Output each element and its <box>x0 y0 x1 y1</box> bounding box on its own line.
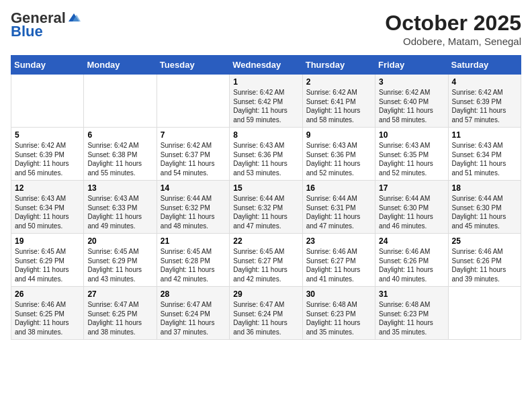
day-number: 5 <box>15 130 80 140</box>
cell-sun-info: Sunrise: 6:43 AM Sunset: 6:34 PM Dayligh… <box>452 141 517 177</box>
day-number: 11 <box>452 130 517 140</box>
cell-sun-info: Sunrise: 6:46 AM Sunset: 6:26 PM Dayligh… <box>452 247 517 283</box>
calendar-cell: 13Sunrise: 6:43 AM Sunset: 6:33 PM Dayli… <box>84 181 157 234</box>
logo-icon <box>67 12 81 23</box>
day-number: 28 <box>161 289 226 299</box>
day-number: 15 <box>233 183 298 193</box>
calendar-cell: 23Sunrise: 6:46 AM Sunset: 6:27 PM Dayli… <box>302 234 375 287</box>
cell-sun-info: Sunrise: 6:43 AM Sunset: 6:36 PM Dayligh… <box>233 141 298 177</box>
calendar-cell: 1Sunrise: 6:42 AM Sunset: 6:42 PM Daylig… <box>230 75 302 128</box>
cell-sun-info: Sunrise: 6:45 AM Sunset: 6:29 PM Dayligh… <box>87 247 152 283</box>
cell-sun-info: Sunrise: 6:42 AM Sunset: 6:42 PM Dayligh… <box>233 88 298 124</box>
header: General Blue October 2025 Odobere, Matam… <box>11 11 521 47</box>
calendar-cell <box>11 75 84 128</box>
calendar-cell: 2Sunrise: 6:42 AM Sunset: 6:41 PM Daylig… <box>302 75 375 128</box>
cell-sun-info: Sunrise: 6:44 AM Sunset: 6:30 PM Dayligh… <box>379 194 444 230</box>
cell-sun-info: Sunrise: 6:44 AM Sunset: 6:30 PM Dayligh… <box>452 194 517 230</box>
day-number: 24 <box>379 236 444 246</box>
cell-sun-info: Sunrise: 6:46 AM Sunset: 6:26 PM Dayligh… <box>379 247 444 283</box>
calendar-table: SundayMondayTuesdayWednesdayThursdayFrid… <box>11 55 521 340</box>
cell-sun-info: Sunrise: 6:43 AM Sunset: 6:34 PM Dayligh… <box>15 194 80 230</box>
day-number: 1 <box>233 77 298 87</box>
cell-sun-info: Sunrise: 6:42 AM Sunset: 6:40 PM Dayligh… <box>379 88 444 124</box>
calendar-cell: 4Sunrise: 6:42 AM Sunset: 6:39 PM Daylig… <box>448 75 521 128</box>
calendar-cell: 6Sunrise: 6:42 AM Sunset: 6:38 PM Daylig… <box>84 128 157 181</box>
calendar-cell: 10Sunrise: 6:43 AM Sunset: 6:35 PM Dayli… <box>375 128 448 181</box>
cell-sun-info: Sunrise: 6:45 AM Sunset: 6:27 PM Dayligh… <box>233 247 298 283</box>
cell-sun-info: Sunrise: 6:42 AM Sunset: 6:37 PM Dayligh… <box>161 141 226 177</box>
day-number: 22 <box>233 236 298 246</box>
col-header-saturday: Saturday <box>448 56 521 75</box>
calendar-cell: 7Sunrise: 6:42 AM Sunset: 6:37 PM Daylig… <box>157 128 229 181</box>
day-number: 9 <box>306 130 371 140</box>
day-number: 4 <box>452 77 517 87</box>
day-number: 17 <box>379 183 444 193</box>
calendar-cell: 15Sunrise: 6:44 AM Sunset: 6:32 PM Dayli… <box>230 181 302 234</box>
calendar-cell: 11Sunrise: 6:43 AM Sunset: 6:34 PM Dayli… <box>448 128 521 181</box>
calendar-cell <box>448 287 521 340</box>
calendar-week-4: 19Sunrise: 6:45 AM Sunset: 6:29 PM Dayli… <box>11 234 521 287</box>
calendar-cell: 19Sunrise: 6:45 AM Sunset: 6:29 PM Dayli… <box>11 234 84 287</box>
month-title: October 2025 <box>385 11 521 36</box>
col-header-thursday: Thursday <box>302 56 375 75</box>
calendar-cell: 9Sunrise: 6:43 AM Sunset: 6:36 PM Daylig… <box>302 128 375 181</box>
day-number: 7 <box>161 130 226 140</box>
day-number: 3 <box>379 77 444 87</box>
calendar-cell: 5Sunrise: 6:42 AM Sunset: 6:39 PM Daylig… <box>11 128 84 181</box>
day-number: 16 <box>306 183 371 193</box>
calendar-cell <box>84 75 157 128</box>
calendar-cell: 25Sunrise: 6:46 AM Sunset: 6:26 PM Dayli… <box>448 234 521 287</box>
day-number: 2 <box>306 77 371 87</box>
cell-sun-info: Sunrise: 6:45 AM Sunset: 6:28 PM Dayligh… <box>161 247 226 283</box>
logo: General Blue <box>11 11 81 39</box>
calendar-week-3: 12Sunrise: 6:43 AM Sunset: 6:34 PM Dayli… <box>11 181 521 234</box>
cell-sun-info: Sunrise: 6:47 AM Sunset: 6:25 PM Dayligh… <box>87 300 152 336</box>
day-number: 13 <box>87 183 152 193</box>
cell-sun-info: Sunrise: 6:44 AM Sunset: 6:32 PM Dayligh… <box>233 194 298 230</box>
day-number: 31 <box>379 289 444 299</box>
col-header-friday: Friday <box>375 56 448 75</box>
day-number: 14 <box>161 183 226 193</box>
day-number: 20 <box>87 236 152 246</box>
calendar-header-row: SundayMondayTuesdayWednesdayThursdayFrid… <box>11 56 521 75</box>
cell-sun-info: Sunrise: 6:44 AM Sunset: 6:31 PM Dayligh… <box>306 194 371 230</box>
col-header-tuesday: Tuesday <box>157 56 229 75</box>
calendar-cell: 16Sunrise: 6:44 AM Sunset: 6:31 PM Dayli… <box>302 181 375 234</box>
calendar-cell: 14Sunrise: 6:44 AM Sunset: 6:32 PM Dayli… <box>157 181 229 234</box>
cell-sun-info: Sunrise: 6:44 AM Sunset: 6:32 PM Dayligh… <box>161 194 226 230</box>
calendar-cell: 17Sunrise: 6:44 AM Sunset: 6:30 PM Dayli… <box>375 181 448 234</box>
day-number: 18 <box>452 183 517 193</box>
calendar-cell: 3Sunrise: 6:42 AM Sunset: 6:40 PM Daylig… <box>375 75 448 128</box>
calendar-cell: 12Sunrise: 6:43 AM Sunset: 6:34 PM Dayli… <box>11 181 84 234</box>
title-area: October 2025 Odobere, Matam, Senegal <box>385 11 521 47</box>
day-number: 30 <box>306 289 371 299</box>
calendar-cell: 31Sunrise: 6:48 AM Sunset: 6:23 PM Dayli… <box>375 287 448 340</box>
day-number: 12 <box>15 183 80 193</box>
calendar-cell: 8Sunrise: 6:43 AM Sunset: 6:36 PM Daylig… <box>230 128 302 181</box>
day-number: 8 <box>233 130 298 140</box>
cell-sun-info: Sunrise: 6:45 AM Sunset: 6:29 PM Dayligh… <box>15 247 80 283</box>
calendar-cell: 28Sunrise: 6:47 AM Sunset: 6:24 PM Dayli… <box>157 287 229 340</box>
calendar-cell: 30Sunrise: 6:48 AM Sunset: 6:23 PM Dayli… <box>302 287 375 340</box>
cell-sun-info: Sunrise: 6:48 AM Sunset: 6:23 PM Dayligh… <box>379 300 444 336</box>
location-subtitle: Odobere, Matam, Senegal <box>385 36 521 47</box>
col-header-monday: Monday <box>84 56 157 75</box>
calendar-cell: 21Sunrise: 6:45 AM Sunset: 6:28 PM Dayli… <box>157 234 229 287</box>
calendar-cell: 24Sunrise: 6:46 AM Sunset: 6:26 PM Dayli… <box>375 234 448 287</box>
calendar-cell <box>157 75 229 128</box>
calendar-cell: 18Sunrise: 6:44 AM Sunset: 6:30 PM Dayli… <box>448 181 521 234</box>
col-header-sunday: Sunday <box>11 56 84 75</box>
calendar-week-5: 26Sunrise: 6:46 AM Sunset: 6:25 PM Dayli… <box>11 287 521 340</box>
cell-sun-info: Sunrise: 6:48 AM Sunset: 6:23 PM Dayligh… <box>306 300 371 336</box>
calendar-cell: 27Sunrise: 6:47 AM Sunset: 6:25 PM Dayli… <box>84 287 157 340</box>
cell-sun-info: Sunrise: 6:43 AM Sunset: 6:35 PM Dayligh… <box>379 141 444 177</box>
calendar-week-1: 1Sunrise: 6:42 AM Sunset: 6:42 PM Daylig… <box>11 75 521 128</box>
day-number: 23 <box>306 236 371 246</box>
cell-sun-info: Sunrise: 6:46 AM Sunset: 6:27 PM Dayligh… <box>306 247 371 283</box>
day-number: 6 <box>87 130 152 140</box>
day-number: 26 <box>15 289 80 299</box>
calendar-week-2: 5Sunrise: 6:42 AM Sunset: 6:39 PM Daylig… <box>11 128 521 181</box>
logo-blue-text: Blue <box>11 24 43 39</box>
day-number: 10 <box>379 130 444 140</box>
cell-sun-info: Sunrise: 6:42 AM Sunset: 6:41 PM Dayligh… <box>306 88 371 124</box>
